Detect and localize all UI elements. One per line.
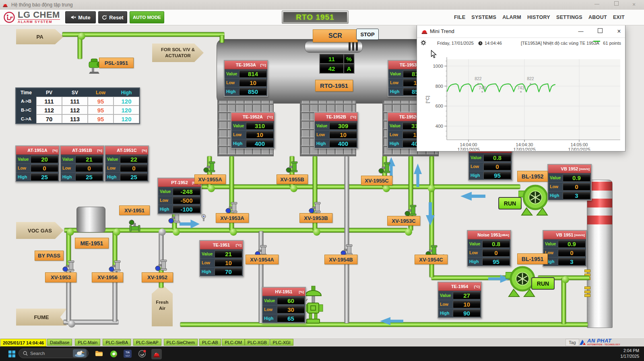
panel-te1952a[interactable]: TE-1952A[°C]Value310Low10High400 — [231, 112, 275, 149]
panel-row-high: High3 — [548, 191, 591, 200]
plc-button-plc-ab[interactable]: PLC-AB — [199, 339, 221, 346]
tag-me1951: ME-1951 — [75, 238, 109, 249]
start-button[interactable] — [7, 349, 16, 358]
file-explorer-icon[interactable] — [95, 349, 103, 358]
panel-hv1951[interactable]: HV-1951[%]Value60Low30High65 — [262, 287, 306, 324]
pipe-junction — [290, 185, 297, 192]
valve-xv-1955c[interactable] — [378, 160, 391, 175]
menu-item-systems[interactable]: SYSTEMS — [471, 15, 496, 20]
mute-button[interactable]: Mute — [65, 11, 96, 23]
menu-item-alarm[interactable]: ALARM — [502, 15, 521, 20]
valve-xv-1953c[interactable] — [404, 203, 417, 218]
panel-at1951a[interactable]: AT-1951A[%]Value20Low0High25 — [15, 145, 60, 182]
plc-button-plc-siechem[interactable]: PLC-SieChem — [164, 339, 198, 346]
panel-at1951c[interactable]: AT-1951C[%]Value22Low0High25 — [105, 145, 149, 182]
pipe-junction — [113, 228, 120, 236]
plc-button-database[interactable]: DataBase — [47, 339, 72, 346]
panel-at1951b[interactable]: AT-1951B[%]Value21Low0High25 — [60, 145, 104, 182]
search-placeholder: Search — [30, 351, 45, 356]
plc-button-plc-main[interactable]: PLC-Main — [75, 339, 100, 346]
svg-text:822: 822 — [527, 76, 534, 81]
valve-xv-1955b[interactable] — [285, 160, 298, 174]
valve-xv-1953[interactable] — [62, 259, 75, 273]
mini-trend-title: Mini Trend — [430, 28, 454, 34]
tag-xv1954b: XV-1954B — [324, 255, 357, 264]
valve-xv-1951[interactable] — [128, 219, 142, 232]
trend-close-button[interactable]: × — [613, 27, 625, 36]
row-value: 10 — [246, 131, 274, 139]
stop-button[interactable]: STOP — [356, 29, 379, 40]
plc-button-plc-sieba[interactable]: PLC-SieBA — [103, 339, 131, 346]
minimize-button[interactable]: — — [590, 1, 604, 7]
row-label: Low — [200, 259, 215, 267]
table-cell-sv: 113 — [62, 114, 88, 123]
alarm-app-icon[interactable] — [151, 349, 162, 359]
row-value: 21 — [75, 156, 103, 163]
panel-te1951[interactable]: TE-1951[°C]Value21Low10High70 — [199, 240, 244, 277]
obs-icon[interactable] — [138, 349, 147, 358]
run-button-bl1952[interactable]: RUN — [498, 197, 522, 210]
plc-button-plc-xgb[interactable]: PLC-XGB — [245, 339, 270, 346]
menu-item-settings[interactable]: SETTINGS — [556, 15, 582, 20]
row-value: 10 — [215, 259, 242, 267]
tia-portal-icon[interactable]: TIAV17 — [123, 349, 132, 358]
menu-item-file[interactable]: FILE — [454, 15, 465, 20]
panel-title: TE-1953A[°C] — [225, 61, 267, 69]
svg-text:×: × — [529, 82, 531, 86]
panel-noise1951[interactable]: Noise 1951[dBA]Value0.8Low0High95 — [467, 230, 511, 267]
row-label: Low — [388, 131, 402, 139]
panel-te1954[interactable]: TE-1954[°C]Value27Low10High90 — [438, 282, 482, 318]
panel-vb1952[interactable]: VB 1952[mm/s]Value0.9Low0High3 — [547, 164, 592, 201]
valve-xv-1956[interactable] — [108, 259, 121, 273]
close-button[interactable]: × — [627, 1, 641, 8]
trend-maximize-button[interactable] — [594, 27, 606, 36]
row-value: 25 — [75, 173, 103, 181]
speaker-mute-icon — [70, 15, 76, 20]
run-button-bl1951[interactable]: RUN — [531, 277, 555, 290]
auto-mode-button[interactable]: AUTO MODE — [130, 11, 164, 23]
valve-xv-1953b[interactable] — [308, 200, 321, 215]
pipe-junction — [68, 320, 75, 328]
app-window: Hệ thống báo động tập trung — × LG CHEM … — [0, 0, 644, 361]
row-value: 310 — [246, 122, 274, 130]
browser-icon[interactable] — [109, 349, 118, 358]
plc-button-plc-om[interactable]: PLC-OM — [222, 339, 245, 346]
menu-item-exit[interactable]: EXIT — [613, 15, 625, 20]
row-label: High — [438, 309, 453, 317]
plc-button-plc-sieap[interactable]: PLC-SieAP — [133, 339, 161, 346]
window-title: Hệ thống báo động tập trung — [11, 2, 73, 8]
row-label: Value — [200, 250, 215, 258]
pipe — [62, 32, 224, 37]
row-value: -248 — [173, 188, 200, 195]
tag-button[interactable]: Tag — [566, 339, 579, 346]
maximize-button[interactable] — [609, 1, 623, 7]
trend-settings-icon[interactable] — [421, 40, 426, 46]
search-input[interactable]: Search — [19, 349, 89, 358]
table-cell-sv: 112 — [62, 106, 88, 114]
reset-button[interactable]: Reset — [98, 11, 127, 23]
row-label: Value — [543, 240, 558, 248]
panel-row-value: Value814 — [225, 69, 267, 78]
svg-text:17/01/2025: 17/01/2025 — [568, 147, 590, 151]
panel-row-high: High95 — [469, 171, 512, 180]
menu-item-history[interactable]: HISTORY — [527, 15, 550, 20]
panel-unit: [mm/s] — [579, 167, 590, 171]
menu-item-about[interactable]: ABOUT — [588, 15, 607, 20]
plc-button-plc-xgi[interactable]: PLC-XGI — [270, 339, 293, 346]
pipe-junction — [313, 228, 320, 236]
panel-vb1951[interactable]: VB 1951[mm/s]Value0.9Low0High3 — [543, 230, 587, 267]
valve-xv-1955a[interactable] — [203, 160, 216, 174]
table-cell-low: 95 — [88, 97, 114, 106]
taskbar-clock[interactable]: 2:04 PM 1/17/2025 — [620, 348, 639, 359]
panel-title: Noise 1951[dBA] — [468, 231, 510, 239]
panel-te1953a[interactable]: TE-1953A[°C]Value814Low10High850 — [224, 60, 268, 97]
row-value: 814 — [239, 70, 267, 78]
valve-xv-1953a[interactable] — [225, 200, 238, 215]
panel-te1952b[interactable]: TE-1952B[°C]Value309Low10High400 — [314, 112, 358, 149]
valve-xv-1952[interactable] — [155, 258, 167, 272]
burner-unit: A — [344, 64, 354, 73]
row-label: Value — [469, 154, 483, 162]
trend-minimize-button[interactable]: — — [575, 27, 587, 36]
svg-text:743: 743 — [479, 85, 486, 90]
svg-text:14:05:00: 14:05:00 — [571, 142, 588, 147]
